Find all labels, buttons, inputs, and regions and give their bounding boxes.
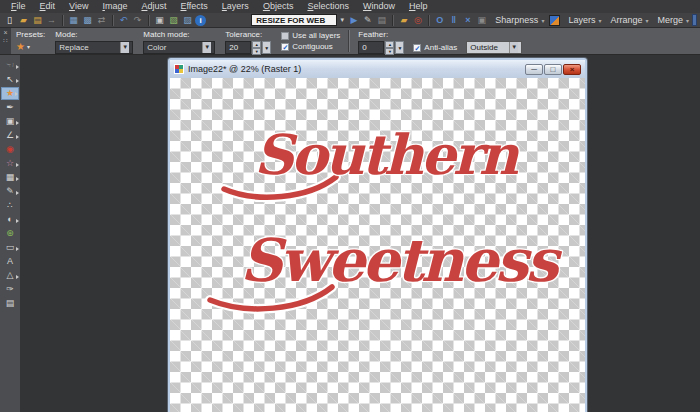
feather-stepper[interactable]: ▲ ▼ — [385, 41, 394, 54]
tolerance-slider-arrow-icon[interactable]: ▼ — [262, 41, 271, 54]
record-o-icon[interactable]: O — [433, 14, 446, 27]
script-toolbar: RESIZE FOR WEB ▾ ▶ ✎ ▤ ▰ ◎ O ‖ × ▣ Sharp… — [251, 14, 697, 27]
magic-wand-icon: ★ — [6, 88, 14, 98]
pick-tool[interactable]: ↖ — [1, 73, 19, 86]
window-controls: ─ □ × — [524, 64, 581, 75]
feather-group: Feather: 0 ▲ ▼ ▼ ✓ Anti-alias Outside ▼ — [353, 28, 527, 54]
import-arrow-icon[interactable]: → — [45, 14, 58, 27]
pause-script-icon[interactable]: ‖ — [447, 14, 460, 27]
crop-tool[interactable]: ▣ — [1, 115, 19, 128]
scan-icon[interactable]: ▦ — [67, 14, 80, 27]
flyout-arrow-icon — [15, 92, 18, 96]
script-preset-arrow-icon[interactable]: ▾ — [337, 14, 347, 26]
info-icon[interactable]: i — [195, 15, 206, 26]
mode-label: Mode: — [55, 30, 133, 39]
palette-handle[interactable]: × ∷ — [0, 28, 11, 54]
redo-icon[interactable]: ↷ — [131, 14, 144, 27]
record-script-icon[interactable]: ◎ — [411, 14, 424, 27]
open-folder-icon[interactable]: ▰ — [17, 14, 30, 27]
chevron-down-icon: ▼ — [202, 42, 211, 53]
palette-close-icon[interactable]: × — [3, 29, 7, 37]
image-canvas-transparent[interactable]: Southern Sweetness — [170, 78, 585, 412]
edit-script-icon[interactable]: ✎ — [361, 14, 374, 27]
spin-down-icon[interactable]: ▼ — [252, 48, 261, 55]
pan-tool[interactable]: ☜ — [1, 59, 19, 72]
check-icon[interactable]: ✓ — [413, 44, 421, 52]
tolerance-input[interactable]: 20 — [225, 41, 251, 54]
anti-alias-position-select[interactable]: Outside ▼ — [466, 41, 522, 54]
magic-wand-tool[interactable]: ★ — [1, 87, 19, 100]
feather-input[interactable]: 0 — [358, 41, 384, 54]
feather-label: Feather: — [358, 30, 522, 39]
save-script-icon[interactable]: ▣ — [475, 14, 488, 27]
eraser-tool[interactable]: ▭ — [1, 241, 19, 254]
run-folder-icon[interactable]: ▰ — [397, 14, 410, 27]
maximize-button[interactable]: □ — [544, 64, 562, 75]
check-icon[interactable]: ✓ — [281, 43, 289, 51]
paint-brush-tool[interactable]: ✎ — [1, 185, 19, 198]
spin-down-icon[interactable]: ▼ — [385, 48, 394, 55]
script-output-icon[interactable]: ▤ — [375, 14, 388, 27]
tool-options-palette: × ∷ Presets: ★ ▾ Mode: Replace ▼ Match m… — [0, 28, 700, 55]
chevron-down-icon: ▼ — [120, 42, 129, 53]
match-mode-select[interactable]: Color ▼ — [143, 41, 215, 54]
contiguous-checkbox[interactable]: ✓ Contiguous — [281, 42, 340, 51]
airbrush-tool[interactable]: ∴ — [1, 199, 19, 212]
browse-folder-icon[interactable]: ▤ — [31, 14, 44, 27]
red-eye-tool[interactable]: ◉ — [1, 143, 19, 156]
document-titlebar[interactable]: Image22* @ 22% (Raster 1) ─ □ × — [170, 60, 585, 78]
checkbox-box[interactable] — [281, 32, 289, 40]
menu-selections[interactable]: Selections — [300, 0, 356, 13]
lighten-darken-tool[interactable]: ◐ — [1, 213, 19, 226]
menu-adjust[interactable]: Adjust — [134, 0, 173, 13]
menu-help[interactable]: Help — [402, 0, 435, 13]
run-script-icon[interactable]: ▶ — [347, 14, 360, 27]
merge-dropdown[interactable]: Merge▾ — [657, 15, 689, 25]
undo-icon[interactable]: ↶ — [117, 14, 130, 27]
preset-shape-tool[interactable]: △ — [1, 269, 19, 282]
image-green-icon[interactable]: ▧ — [167, 14, 180, 27]
presets-tool-icon[interactable]: ★ — [16, 41, 25, 52]
script-preset-combo[interactable]: RESIZE FOR WEB — [251, 14, 337, 26]
menu-image[interactable]: Image — [95, 0, 134, 13]
clone-brush-tool[interactable]: ▦ — [1, 171, 19, 184]
pen-tool[interactable]: ✑ — [1, 283, 19, 296]
spin-up-icon[interactable]: ▲ — [252, 41, 261, 48]
cancel-script-icon[interactable]: × — [461, 14, 474, 27]
chevron-down-icon: ▼ — [509, 42, 518, 53]
text-tool[interactable]: A — [1, 255, 19, 268]
palettes-icon[interactable] — [549, 15, 560, 26]
menu-window[interactable]: Window — [356, 0, 402, 13]
menu-objects[interactable]: Objects — [256, 0, 301, 13]
share-icon[interactable]: ⇄ — [95, 14, 108, 27]
menu-effects[interactable]: Effects — [173, 0, 214, 13]
use-all-layers-checkbox[interactable]: Use all layers — [281, 31, 340, 40]
capture-icon[interactable]: ▩ — [81, 14, 94, 27]
menu-edit[interactable]: Edit — [33, 0, 63, 13]
mesh-warp-tool[interactable]: ▤ — [1, 297, 19, 310]
picture-tube-tool[interactable]: ⊛ — [1, 227, 19, 240]
spin-up-icon[interactable]: ▲ — [385, 41, 394, 48]
mode-select[interactable]: Replace ▼ — [55, 41, 133, 54]
makeover-tool[interactable]: ☆ — [1, 157, 19, 170]
menu-layers[interactable]: Layers — [215, 0, 256, 13]
new-file-icon[interactable]: ▯ — [3, 14, 16, 27]
dropper-icon: ✒ — [6, 102, 14, 112]
image-blue-icon[interactable]: ▨ — [181, 14, 194, 27]
arrange-dropdown[interactable]: Arrange▾ — [610, 15, 648, 25]
dropper-tool[interactable]: ✒ — [1, 101, 19, 114]
sharpness-dropdown[interactable]: Sharpness▾ — [495, 15, 544, 25]
merge-label: Merge — [657, 15, 683, 25]
close-button[interactable]: × — [563, 64, 581, 75]
straighten-tool[interactable]: ∠ — [1, 129, 19, 142]
menu-file[interactable]: File — [4, 0, 33, 13]
picture-frame-icon[interactable]: ▣ — [153, 14, 166, 27]
menu-view[interactable]: View — [62, 0, 95, 13]
flyout-arrow-icon — [16, 121, 19, 125]
feather-slider-arrow-icon[interactable]: ▼ — [395, 41, 404, 54]
presets-arrow-icon[interactable]: ▾ — [27, 43, 30, 50]
minimize-button[interactable]: ─ — [525, 64, 543, 75]
tolerance-stepper[interactable]: ▲ ▼ — [252, 41, 261, 54]
layers-dropdown[interactable]: Layers▾ — [568, 15, 601, 25]
anti-alias-checkbox[interactable]: ✓ Anti-alias — [413, 43, 457, 52]
